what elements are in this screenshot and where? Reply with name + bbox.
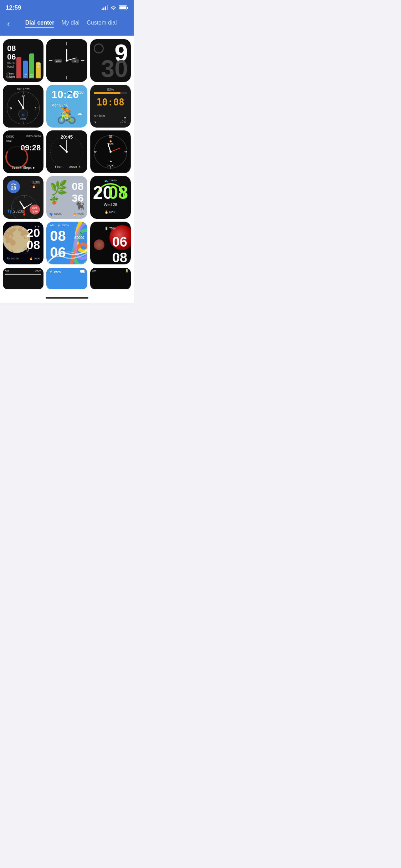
face1-date: 06-09Wed [7,61,15,68]
home-bar-container [0,292,134,303]
face6-temp: -24 [120,120,126,124]
svg-point-30 [22,107,24,109]
svg-text:FRI 18 OTC: FRI 18 OTC [17,88,30,91]
face14-steps-icon: 👟 [80,231,84,234]
peek1-batt-bg [5,274,41,275]
svg-text:22222: 22222 [20,118,26,120]
watch-face-9[interactable]: 12 3 6 🔥 9820 ⛰ 28095 [90,130,131,173]
peek3-batt: 🔋 [125,269,129,273]
tab-dial-center[interactable]: Dial center [25,20,55,28]
face13-steps: 👣 20068 [6,257,19,260]
face1-bars: -28°C 6000kcal 100% [16,43,41,78]
face6-heart-icon: ♥ [94,120,96,124]
peek2-pct: ⚡ 100% [49,270,61,273]
svg-text:6: 6 [94,151,96,154]
svg-rect-2 [119,6,126,9]
nav-tabs: Dial center My dial Custom dial [14,20,128,28]
face15-hour: 06 [112,235,127,249]
face7-steps: 27885 Steps ● [3,166,43,170]
face11-steps: 👣 20000 [49,213,61,216]
face12-date: Wed 28 [90,202,131,207]
face14-batt: ⚡ 100% [57,224,69,227]
nav-bar: ‹ Dial center My dial Custom dial [0,14,134,36]
watch-face-4[interactable]: FRI 18 OTC 12 3 9 👣 [3,85,43,128]
face4-clock-svg: FRI 18 OTC 12 3 9 👣 [3,85,43,128]
watch-face-1[interactable]: 0806 06-09Wed -28°C 6000kcal 100% ♥ 080b… [3,39,43,82]
svg-text:06: 06 [74,60,76,62]
face13-cal: 🔥 2000 [29,257,40,260]
face2-clock-svg: WED 06 [46,39,87,82]
peek-card-1[interactable]: AM 100% [3,268,43,289]
svg-rect-1 [127,7,128,9]
face8-clock-svg: 20:45 ♥ 097 25220 🏃 [46,130,87,173]
svg-line-63 [20,202,24,208]
watch-face-11[interactable]: 0836 🌿 🪴 🐈‍⬛ 👣 20000 🔥 2000 [46,176,87,219]
svg-point-33 [6,146,27,168]
status-time: 12:59 [6,4,21,11]
watch-face-6[interactable]: 80% 10:08 97 bpm ♥ 🌧 -24 [90,85,131,128]
tab-my-dial[interactable]: My dial [61,20,79,28]
face10-mon-badge: MON 28 [7,180,20,193]
face12-min: 08 [108,184,128,202]
watch-face-13[interactable]: 🌕 ✦ ✦✦ 2008 Wed 28 👣 20068 🔥 2000 [3,222,43,264]
bottom-peek-row: AM 100% ⚡ 100% AM 🔋 [0,268,134,292]
watch-face-15[interactable]: 🔋 75% 06 08 monday06/26 [90,222,131,264]
face11-plant-icon: 🌿 [50,180,68,196]
face3-min: 30 [101,56,128,81]
face7-ring-svg [4,138,29,170]
svg-text:⛰: ⛰ [109,160,112,163]
watch-face-3[interactable]: 9 30 [90,39,131,82]
svg-point-3 [6,73,11,78]
battery-icon [119,5,128,10]
peek1-am: AM [5,269,9,272]
watch-face-2[interactable]: WED 06 [46,39,87,82]
svg-text:👣: 👣 [22,113,25,117]
signal-icon [102,5,108,10]
back-button[interactable]: ‹ [6,18,11,30]
face10-num: 👣 23200 [7,209,24,214]
watch-face-14[interactable]: AM ⚡ 100% 08 06 👟 60000 [46,222,87,264]
svg-text:9: 9 [10,107,12,110]
face6-weather-icon: 🌧 [123,116,127,120]
face15-day: monday06/26 [117,254,127,260]
face15-batt: 🔋 75% [104,227,116,230]
face11-cat-icon: 🐈‍⬛ [75,201,84,210]
face13-date: Wed 28 [3,249,43,253]
wifi-icon [110,5,117,10]
peek-card-2[interactable]: ⚡ 100% [46,268,87,289]
peek2-batt-icon [80,270,85,273]
peek3-am: AM [92,269,96,272]
svg-text:28095: 28095 [107,164,114,167]
face13-time: 2008 [27,227,40,251]
status-icons [102,5,128,10]
svg-point-39 [66,151,68,153]
tab-custom-dial[interactable]: Custom dial [87,20,117,28]
watch-face-7[interactable]: 0680kcal WED 08/26 09:28 27885 Steps ● [3,130,43,173]
face6-time: 10:08 [90,97,131,108]
home-bar[interactable] [46,297,88,299]
svg-text:25220 🏃: 25220 🏃 [70,165,81,169]
face9-clock-svg: 12 3 6 🔥 9820 ⛰ 28095 [91,131,130,172]
face6-bpm: 97 bpm [94,114,105,118]
svg-text:20:45: 20:45 [61,134,73,140]
svg-text:WED: WED [56,60,61,62]
face14-min: 06 [50,245,66,259]
watch-face-10[interactable]: MON 28 3280🔥 [3,176,43,219]
watch-face-5[interactable]: 10:26 Mon 02.06 👟 03268 🚴 ☁ [46,85,87,128]
peek-card-3[interactable]: AM 🔋 [90,268,131,289]
watch-face-8[interactable]: 20:45 ♥ 097 25220 🏃 [46,130,87,173]
face10-steps: 3280🔥 [32,180,40,188]
svg-point-55 [109,151,112,153]
svg-text:12: 12 [109,135,112,139]
status-bar: 12:59 [0,0,134,14]
face1-link-icon [6,72,11,79]
svg-text:3: 3 [35,107,36,110]
face11-cal: 🔥 2000 [73,213,84,216]
face14-hour: 08 [50,229,66,243]
face15-orb-small [94,239,104,250]
watch-face-12[interactable]: 👟 62800 20 08 Wed 28 🔥 6280 [90,176,131,219]
svg-text:3: 3 [125,151,127,154]
dial-grid: 0806 06-09Wed -28°C 6000kcal 100% ♥ 080b… [0,36,134,268]
face12-top: 👟 62800 [90,179,131,182]
face11-pot-icon: 🪴 [49,196,59,205]
